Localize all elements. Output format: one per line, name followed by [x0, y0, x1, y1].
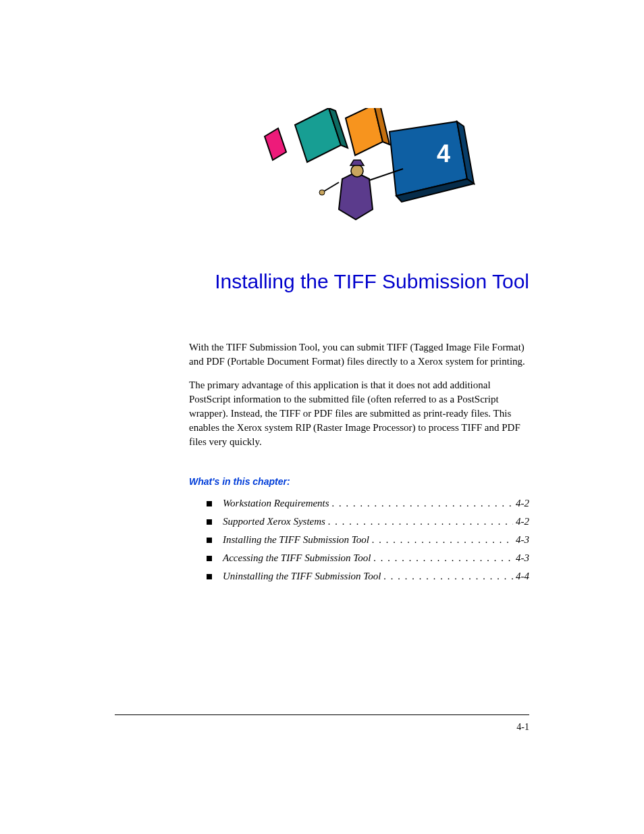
toc-item: Uninstalling the TIFF Submission Tool . … [207, 571, 529, 582]
toc-leader-dots: . . . . . . . . . . . . . . . . . . . . … [373, 552, 513, 564]
toc-leader-dots: . . . . . . . . . . . . . . . . . . . . … [328, 516, 513, 527]
intro-paragraph-1: With the TIFF Submission Tool, you can s… [189, 340, 529, 369]
chapter-illustration: 4 [209, 108, 529, 236]
toc-list: Workstation Requirements . . . . . . . .… [189, 498, 529, 582]
page-number: 4-1 [516, 722, 529, 732]
bullet-icon [207, 538, 212, 543]
svg-point-0 [351, 165, 363, 177]
chapter-number-badge: 4 [437, 140, 450, 167]
toc-item: Supported Xerox Systems . . . . . . . . … [207, 516, 529, 527]
toc-item: Installing the TIFF Submission Tool . . … [207, 534, 529, 546]
bullet-icon [207, 501, 212, 506]
svg-point-3 [319, 190, 325, 195]
toc-page-number: 4-2 [516, 498, 529, 509]
section-heading: What's in this chapter: [189, 476, 529, 487]
toc-label: Uninstalling the TIFF Submission Tool [223, 571, 381, 582]
toc-page-number: 4-4 [516, 571, 529, 582]
toc-item: Workstation Requirements . . . . . . . .… [207, 498, 529, 509]
toc-label: Installing the TIFF Submission Tool [223, 534, 369, 546]
toc-leader-dots: . . . . . . . . . . . . . . . . . . . . … [383, 571, 513, 582]
toc-label: Workstation Requirements [223, 498, 329, 509]
toc-page-number: 4-3 [516, 552, 529, 564]
bullet-icon [207, 574, 212, 579]
toc-page-number: 4-2 [516, 516, 529, 527]
toc-item: Accessing the TIFF Submission Tool . . .… [207, 552, 529, 564]
bullet-icon [207, 556, 212, 561]
chapter-title: Installing the TIFF Submission Tool [189, 270, 529, 293]
toc-leader-dots: . . . . . . . . . . . . . . . . . . . . … [372, 534, 513, 546]
bullet-icon [207, 519, 212, 525]
toc-page-number: 4-3 [516, 534, 529, 546]
page-footer: 4-1 [115, 714, 529, 733]
toc-label: Accessing the TIFF Submission Tool [223, 552, 371, 564]
toc-leader-dots: . . . . . . . . . . . . . . . . . . . . … [332, 498, 513, 509]
toc-label: Supported Xerox Systems [223, 516, 325, 527]
intro-paragraph-2: The primary advantage of this applicatio… [189, 378, 529, 449]
